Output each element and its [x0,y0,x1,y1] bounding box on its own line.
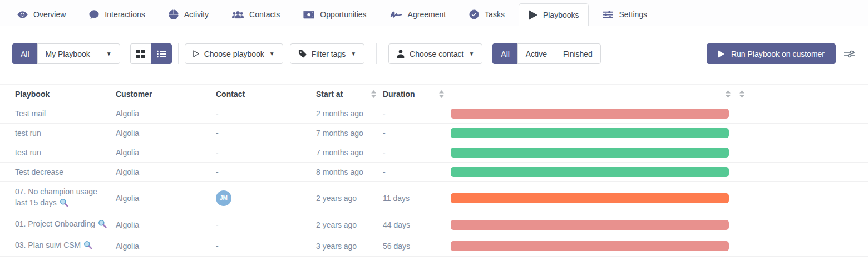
tab-label: Playbooks [543,11,579,19]
run-playbook-button[interactable]: Run Playbook on customer [707,43,836,64]
duration-cell: - [383,124,451,143]
table-row[interactable]: test run Algolia - 7 months ago - [0,143,868,163]
tab-label: Tasks [485,10,505,19]
contact-cell: - [216,143,316,163]
progress-bar [451,109,729,119]
start-at-cell: 2 years ago [316,214,383,235]
tab-tasks[interactable]: Tasks [460,3,514,26]
contact-cell: - [216,163,316,182]
search-icon[interactable] [98,221,107,230]
grid-view-button[interactable] [130,43,151,64]
column-header-contact: Contact [216,85,316,104]
scope-toggle: All My Playbook ▼ [12,43,120,64]
playbook-name[interactable]: 01. Project Onboarding [15,219,95,228]
progress-bar [451,193,729,203]
progress-bar [451,128,729,138]
search-icon[interactable] [60,200,68,209]
table-row[interactable]: 01. Project Onboarding Algolia - 2 years… [0,214,868,235]
column-header-playbook: Playbook [0,85,116,104]
duration-cell: 56 days [383,235,451,257]
check-circle-icon [469,9,479,19]
tab-label: Interactions [105,10,145,19]
duration-cell: 11 days [383,182,451,214]
sort-icon[interactable] [371,90,376,98]
progress-bar [451,148,729,158]
start-at-cell: 8 months ago [316,163,383,182]
contact-avatar: JM [216,190,231,206]
customer-cell: Algolia [116,235,216,257]
toolbar-divider [376,43,377,64]
table-row[interactable]: 07. No champion usage last 15 days Algol… [0,182,868,214]
playbook-name[interactable]: 03. Plan suivi CSM [15,241,81,249]
eye-icon [17,9,28,20]
start-at-cell: 7 months ago [316,124,383,143]
scope-dropdown-button[interactable]: ▼ [98,43,120,64]
column-header-extra [737,85,762,104]
search-icon[interactable] [83,242,92,251]
column-header-customer: Customer [116,85,216,104]
customer-cell: Algolia [116,143,216,163]
chevron-down-icon: ▼ [468,51,474,57]
playbook-name[interactable]: test run [15,129,41,138]
progress-bar [451,241,729,251]
table-row[interactable]: Test decrease Algolia - 8 months ago - [0,163,868,182]
filter-tags-dropdown[interactable]: Filter tags ▼ [290,43,364,64]
duration-cell: - [383,143,451,163]
customer-cell: Algolia [116,214,216,235]
tab-label: Opportunities [320,10,366,19]
tab-activity[interactable]: Activity [159,3,218,26]
activity-pie-icon [169,9,179,19]
tab-label: Agreement [408,10,446,19]
scope-my-playbook-button[interactable]: My Playbook [37,43,98,64]
column-header-duration: Duration [383,85,451,104]
status-finished-button[interactable]: Finished [555,43,601,64]
choose-contact-dropdown[interactable]: Choose contact ▼ [388,43,482,64]
column-header-progress [451,85,737,104]
sort-icon[interactable] [739,90,744,98]
tab-contacts[interactable]: Contacts [223,3,289,26]
contact-cell: - [216,235,316,257]
contact-cell: - [216,104,316,124]
choose-playbook-dropdown[interactable]: Choose playbook ▼ [185,43,283,64]
tab-playbooks[interactable]: Playbooks [519,3,589,26]
duration-cell: - [383,163,451,182]
start-at-cell: 7 months ago [316,143,383,163]
playbook-name[interactable]: 07. No champion usage last 15 days [15,187,97,207]
customer-cell: Algolia [116,163,216,182]
status-all-button[interactable]: All [492,43,517,64]
tab-opportunities[interactable]: Opportunities [294,3,376,26]
grid-icon [136,50,145,58]
chevron-down-icon: ▼ [269,51,275,57]
table-settings-icon[interactable] [844,48,856,60]
table-header-row: Playbook Customer Contact Start at Durat… [0,85,868,104]
playbook-name[interactable]: Test decrease [15,168,63,176]
customer-cell: Algolia [116,124,216,143]
list-view-button[interactable] [151,43,172,64]
start-at-cell: 2 years ago [316,182,383,214]
table-row[interactable]: 03. Plan suivi CSM Algolia - 3 years ago… [0,235,868,257]
table-row[interactable]: test run Algolia - 7 months ago - [0,124,868,143]
scope-all-button[interactable]: All [12,43,37,64]
playbook-name[interactable]: test run [15,148,41,157]
playbook-name[interactable]: Test mail [15,109,46,118]
tab-agreement[interactable]: Agreement [381,3,455,26]
play-icon [718,50,724,58]
column-header-start-at: Start at [316,85,383,104]
customer-cell: Algolia [116,182,216,214]
sort-icon[interactable] [726,90,731,98]
view-toggle [130,43,172,64]
tab-settings[interactable]: Settings [593,3,657,26]
duration-cell: 44 days [383,214,451,235]
playbook-runs-table: Playbook Customer Contact Start at Durat… [0,84,868,257]
status-active-button[interactable]: Active [517,43,555,64]
tab-overview[interactable]: Overview [8,3,75,26]
tag-icon [298,50,307,58]
person-icon [397,50,405,58]
tab-label: Overview [33,10,66,19]
playbooks-toolbar: All My Playbook ▼ Choose playbook ▼ Filt… [12,43,856,64]
tab-interactions[interactable]: Interactions [80,3,154,26]
sort-icon[interactable] [439,90,444,98]
progress-bar [451,167,729,177]
table-row[interactable]: Test mail Algolia - 2 months ago - [0,104,868,124]
tab-label: Contacts [249,10,280,19]
